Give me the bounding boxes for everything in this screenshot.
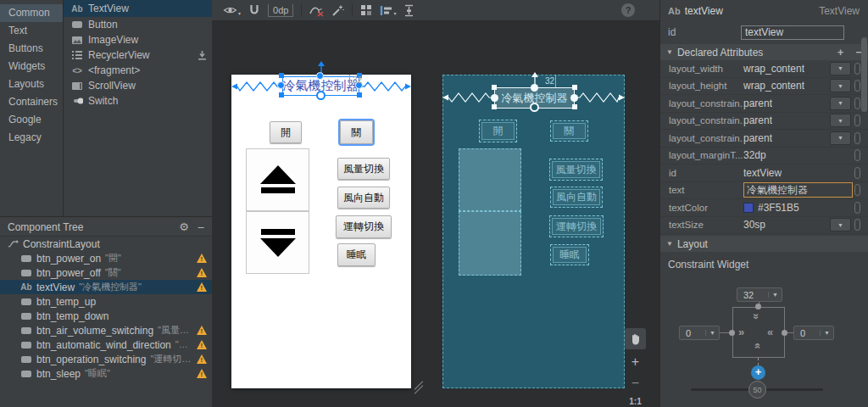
palette-category-layouts[interactable]: Layouts	[0, 75, 63, 93]
resource-flag-icon[interactable]	[854, 132, 860, 144]
tree-node-btn-operation[interactable]: btn_operation_switching "運轉切換"	[0, 352, 212, 366]
tree-node-constraintlayout[interactable]: ConstraintLayout	[0, 237, 212, 251]
tree-node-btn-temp-down[interactable]: btn_temp_down	[0, 309, 212, 323]
anchor-bottom[interactable]	[316, 91, 326, 100]
resource-flag-icon[interactable]	[854, 114, 860, 126]
resource-flag-icon[interactable]	[854, 98, 860, 109]
selection-handle[interactable]	[492, 85, 497, 90]
btn-power-off[interactable]: 關	[340, 120, 373, 144]
constraint-dot-right[interactable]	[782, 330, 787, 336]
resource-flag-icon[interactable]	[854, 184, 860, 196]
btn-power-on[interactable]: 開	[479, 120, 517, 142]
anchor-left[interactable]	[491, 94, 498, 102]
scrollbar-thumb[interactable]	[861, 37, 867, 112]
tree-node-btn-temp-up[interactable]: btn_temp_up	[0, 294, 212, 309]
constraint-dot-top[interactable]	[755, 304, 761, 309]
resource-flag-icon[interactable]	[854, 167, 860, 179]
gear-icon[interactable]: ⚙	[179, 220, 189, 233]
palette-item-switch[interactable]: Switch	[64, 93, 212, 109]
btn-air-volume[interactable]: 風量切換	[549, 159, 603, 181]
add-constraint-button[interactable]: +	[751, 365, 765, 380]
pan-hand-button[interactable]	[625, 328, 646, 349]
btn-sleep[interactable]: 睡眠	[337, 243, 376, 266]
palette-category-text[interactable]: Text	[0, 22, 63, 40]
declared-attributes-section[interactable]: ▼ Declared Attributes + −	[660, 44, 868, 60]
btn-temp-down[interactable]	[246, 211, 309, 274]
palette-item-fragment[interactable]: <> <fragment>	[64, 63, 212, 78]
text-input[interactable]: 冷氣機控制器	[743, 182, 853, 198]
dropdown-button[interactable]: ▼	[830, 218, 851, 231]
anchor-bottom[interactable]	[530, 103, 539, 112]
palette-category-common[interactable]: Common	[0, 4, 63, 22]
resource-flag-icon[interactable]	[854, 149, 860, 161]
selection-handle[interactable]	[492, 104, 497, 109]
design-surface[interactable]: 冷氣機控制器 32 開 關	[212, 21, 659, 407]
dropdown-button[interactable]: ▼	[830, 62, 851, 75]
btn-temp-down[interactable]	[459, 211, 521, 276]
selection-handle[interactable]	[572, 104, 577, 109]
btn-wind-direction[interactable]: 風向自動	[550, 187, 603, 208]
selection-handle[interactable]	[572, 85, 577, 90]
btn-operation[interactable]: 運轉切換	[549, 215, 604, 237]
infer-constraints-icon[interactable]	[331, 4, 344, 17]
tree-node-btn-air-volume[interactable]: btn_air_volume_switching "風量切換"	[0, 323, 212, 337]
anchor-right[interactable]	[570, 94, 578, 102]
palette-category-google[interactable]: Google	[0, 111, 63, 129]
layout-section[interactable]: ▼ Layout	[660, 236, 868, 252]
resource-flag-icon[interactable]	[854, 80, 860, 92]
download-icon[interactable]	[198, 51, 207, 60]
tree-node-textview[interactable]: Ab textView "冷氣機控制器"	[0, 280, 212, 294]
distribute-icon[interactable]	[403, 4, 415, 17]
anchor-left[interactable]	[277, 81, 285, 89]
view-options-icon[interactable]: ▾	[223, 5, 241, 16]
palette-item-scrollview[interactable]: ScrollView	[64, 78, 212, 93]
anchor-top[interactable]	[316, 72, 324, 80]
zoom-in-button[interactable]: +	[625, 354, 646, 370]
resource-flag-icon[interactable]	[854, 202, 860, 214]
margin-right-dropdown[interactable]: 0▼	[793, 326, 834, 340]
tree-node-btn-power-off[interactable]: btn_power_off "關"	[0, 265, 212, 280]
dropdown-button[interactable]: ▼	[830, 114, 851, 127]
margin-top-dropdown[interactable]: 32▼	[737, 287, 782, 302]
selection-handle[interactable]	[357, 92, 362, 98]
autoconnect-magnet-icon[interactable]	[248, 4, 260, 16]
tree-node-btn-sleep[interactable]: btn_sleep "睡眠"	[0, 366, 212, 381]
help-icon[interactable]: ?	[621, 3, 635, 17]
resource-flag-icon[interactable]	[854, 63, 860, 75]
add-attribute-button[interactable]: +	[837, 46, 844, 59]
palette-category-widgets[interactable]: Widgets	[0, 58, 63, 75]
zoom-out-button[interactable]: −	[625, 376, 646, 391]
btn-temp-up[interactable]	[246, 148, 309, 211]
btn-operation[interactable]: 運轉切換	[336, 215, 392, 238]
btn-sleep[interactable]: 睡眠	[550, 244, 589, 265]
resource-flag-icon[interactable]	[854, 219, 860, 231]
btn-wind-direction[interactable]: 風向自動	[337, 187, 390, 209]
constraint-dot-left[interactable]	[729, 330, 735, 336]
btn-air-volume[interactable]: 風量切換	[337, 158, 390, 180]
palette-category-buttons[interactable]: Buttons	[0, 40, 63, 58]
dropdown-button[interactable]: ▼	[830, 131, 851, 145]
btn-power-off[interactable]: 關	[550, 120, 588, 142]
id-input[interactable]: textView	[741, 25, 844, 40]
palette-item-recyclerview[interactable]: RecyclerView	[64, 47, 212, 63]
blueprint-canvas[interactable]: 冷氣機控制器 32 開 關	[442, 75, 625, 388]
anchor-top[interactable]	[531, 84, 538, 92]
align-icon[interactable]: ▾	[380, 5, 396, 16]
btn-power-on[interactable]: 開	[270, 121, 302, 143]
palette-item-textview[interactable]: Ab TextView	[64, 0, 212, 17]
btn-temp-up[interactable]	[459, 148, 521, 211]
pack-icon[interactable]	[360, 4, 372, 16]
design-canvas[interactable]: 冷氣機控制器 32 開 關	[231, 75, 411, 388]
palette-item-imageview[interactable]: ImageView	[64, 32, 212, 47]
palette-category-containers[interactable]: Containers	[0, 93, 63, 111]
dropdown-button[interactable]: ▼	[830, 79, 851, 92]
resize-grip[interactable]	[412, 381, 426, 394]
tree-node-btn-auto-wind[interactable]: btn_automatic_wind_direction "風向..."	[0, 337, 212, 352]
default-margins-button[interactable]: 0dp	[268, 4, 293, 17]
tree-node-btn-power-on[interactable]: btn_power_on "開"	[0, 251, 212, 265]
dropdown-button[interactable]: ▼	[830, 97, 851, 110]
palette-category-legacy[interactable]: Legacy	[0, 129, 63, 147]
selection-handle[interactable]	[279, 73, 284, 78]
bias-slider-knob[interactable]: 50	[748, 381, 766, 399]
zoom-reset-button[interactable]: 1:1	[625, 397, 646, 406]
